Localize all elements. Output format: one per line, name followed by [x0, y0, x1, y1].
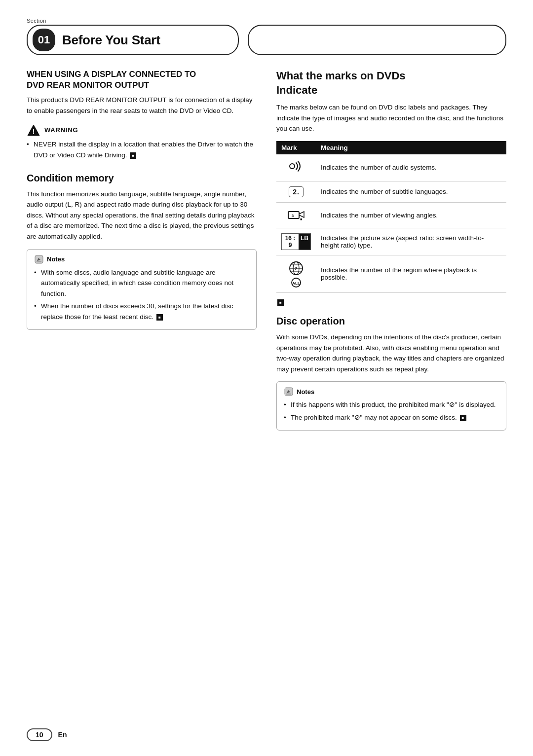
notes-list-right: If this happens with this product, the p…	[284, 399, 499, 423]
svg-text:!: !	[33, 128, 35, 136]
meaning-angle: Indicates the number of viewing angles.	[316, 202, 506, 228]
pencil-icon	[34, 254, 44, 264]
lang-label: En	[58, 731, 67, 739]
notes-list-left: With some discs, audio language and subt…	[34, 267, 249, 323]
mark-audio	[276, 154, 316, 181]
marks-section: What the marks on DVDs Indicate The mark…	[276, 69, 506, 306]
disc-operation-heading: Disc operation	[276, 316, 506, 327]
disc-operation-section: Disc operation With some DVDs, depending…	[276, 316, 506, 431]
table-header-mark: Mark	[276, 141, 316, 154]
page-number: 10	[27, 728, 52, 741]
meaning-region: Indicates the number of the region where…	[316, 255, 506, 292]
dvd-rear-heading: When using a display connected to DVD RE…	[27, 69, 257, 91]
section-badge-right	[248, 25, 506, 55]
marks-intro: The marks below can be found on DVD disc…	[276, 102, 506, 134]
warning-icon: !	[27, 123, 40, 137]
mark-subtitle: 2.	[276, 181, 316, 202]
table-row: 2. Indicates the number of subtitle lang…	[276, 181, 506, 202]
warning-label: WARNING	[44, 126, 78, 134]
svg-text:■: ■	[300, 217, 302, 221]
table-row: 2 ALL Indicates the number of the reg	[276, 255, 506, 292]
left-column: When using a display connected to DVD RE…	[27, 69, 257, 433]
marks-table: Mark Meaning	[276, 141, 506, 293]
warning-list: NEVER install the display in a location …	[27, 139, 257, 162]
condition-memory-heading: Condition memory	[27, 173, 257, 184]
audio-icon	[281, 159, 311, 176]
notes-label-left: Notes	[47, 255, 65, 263]
svg-text:3: 3	[292, 214, 294, 218]
header-row: 01 Before You Start	[27, 25, 506, 55]
notes-box-left: Notes With some discs, audio language an…	[27, 249, 257, 330]
page-footer: 10 En	[27, 728, 506, 741]
svg-text:ALL: ALL	[292, 281, 300, 286]
notes-item-1: With some discs, audio language and subt…	[34, 267, 249, 299]
stop-mark-2: ■	[156, 314, 163, 321]
disc-note-1: If this happens with this product, the p…	[284, 399, 499, 410]
section-badge: 01 Before You Start	[27, 25, 239, 55]
stop-mark: ■	[130, 152, 136, 159]
aspect-icon: 16 : 9 LB	[281, 233, 311, 250]
notes-item-2: When the number of discs exceeds 30, set…	[34, 301, 249, 322]
dvd-rear-body: This product's DVD REAR MONITOR OUTPUT i…	[27, 95, 257, 116]
angle-icon: 3 ■	[287, 208, 305, 221]
warning-item: NEVER install the display in a location …	[27, 139, 257, 160]
marks-heading: What the marks on DVDs Indicate	[276, 69, 506, 97]
section-number: 01	[33, 29, 55, 51]
stop-mark-3: ■	[460, 415, 466, 421]
pencil-icon-right	[284, 387, 294, 396]
meaning-subtitle: Indicates the number of subtitle languag…	[316, 181, 506, 202]
disc-note-2: The prohibited mark "⊘" may not appear o…	[284, 412, 499, 423]
mark-angle: 3 ■	[276, 202, 316, 228]
notes-header-left: Notes	[34, 254, 249, 264]
right-column: What the marks on DVDs Indicate The mark…	[276, 69, 506, 433]
mark-aspect: 16 : 9 LB	[276, 228, 316, 255]
table-header-meaning: Meaning	[316, 141, 506, 154]
svg-marker-6	[299, 212, 304, 217]
svg-point-4	[290, 164, 295, 169]
table-row: 3 ■ Indicates the number of viewing angl…	[276, 202, 506, 228]
notes-box-right: Notes If this happens with this product,…	[276, 381, 506, 430]
notes-header-right: Notes	[284, 387, 499, 396]
condition-memory-section: Condition memory This function memorizes…	[27, 173, 257, 242]
all-region-icon: ALL	[288, 278, 304, 288]
meaning-audio: Indicates the number of audio systems.	[316, 154, 506, 181]
dvd-rear-section: When using a display connected to DVD RE…	[27, 69, 257, 116]
page: Section 01 Before You Start When using a…	[0, 0, 533, 756]
region-icon: 2	[288, 260, 304, 276]
table-row: 16 : 9 LB Indicates the picture size (as…	[276, 228, 506, 255]
svg-text:2: 2	[295, 266, 297, 271]
table-row: Indicates the number of audio systems.	[276, 154, 506, 181]
condition-memory-body: This function memorizes audio language, …	[27, 189, 257, 242]
disc-operation-body: With some DVDs, depending on the intenti…	[276, 332, 506, 374]
section-title: Before You Start	[62, 33, 160, 48]
notes-label-right: Notes	[297, 388, 314, 396]
mark-region: 2 ALL	[276, 255, 316, 292]
stop-mark-table: ■	[277, 299, 284, 306]
section-label: Section	[27, 18, 506, 24]
two-col-layout: When using a display connected to DVD RE…	[27, 69, 506, 433]
warning-box: ! WARNING NEVER install the display in a…	[27, 123, 257, 162]
meaning-aspect: Indicates the picture size (aspect ratio…	[316, 228, 506, 255]
subtitle-icon: 2.	[289, 186, 304, 197]
